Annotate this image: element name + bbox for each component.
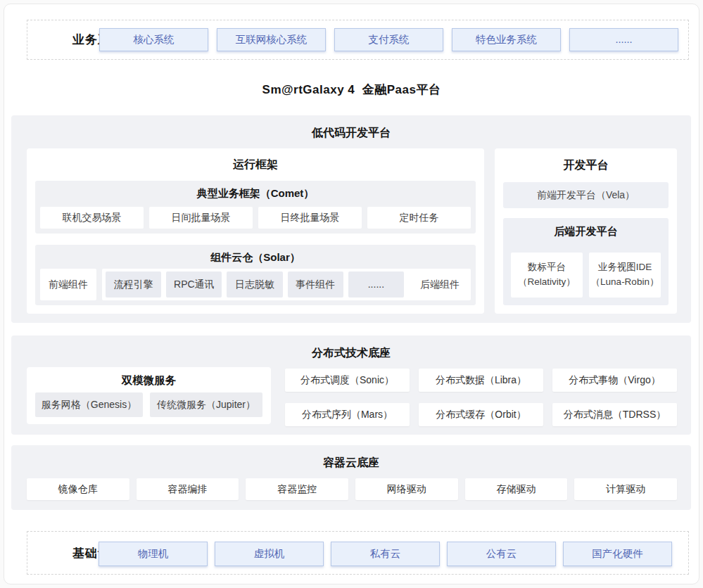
distributed-message-tdrss: 分布式消息（TDRSS）	[552, 403, 677, 426]
network-driver: 网络驱动	[355, 478, 458, 500]
distributed-transaction-virgo: 分布式事物（Virgo）	[552, 369, 677, 392]
distributed-sequence-mars: 分布式序列（Mars）	[285, 403, 410, 426]
section-lowcode-platform: 低代码开发平台 运行框架 典型业务框架（Comet） 联机交易场景 日间批量场景…	[11, 115, 691, 323]
runtime-framework-title: 运行框架	[27, 148, 484, 172]
tool-relativity-name: 数标平台	[511, 260, 583, 275]
distributed-data-libra: 分布式数据（Libra）	[419, 369, 543, 392]
scenario-scheduled-task: 定时任务	[367, 207, 471, 229]
service-mesh-genesis: 服务网格（Genesis）	[35, 392, 143, 417]
business-system-core: 核心系统	[99, 28, 208, 51]
backend-dev-platform-title: 后端开发平台	[503, 218, 669, 238]
tool-relativity-code: （Relativity）	[511, 275, 583, 290]
section-distributed-base: 分布式技术底座 双模微服务 服务网格（Genesis） 传统微服务（Jupite…	[11, 335, 691, 435]
frontend-dev-platform-vela: 前端开发平台（Vela）	[503, 182, 669, 208]
component-backend: 后端组件	[409, 279, 471, 291]
infra-public-cloud: 公有云	[447, 542, 556, 566]
scenario-intraday-batch: 日间批量场景	[149, 207, 253, 229]
business-systems-items: 核心系统 互联网核心系统 支付系统 特色业务系统 ......	[99, 28, 678, 51]
business-system-featured: 特色业务系统	[452, 28, 561, 51]
dual-mode-items: 服务网格（Genesis） 传统微服务（Jupiter）	[35, 392, 262, 417]
comet-framework-title: 典型业务框架（Comet）	[35, 181, 476, 200]
container-orchestration: 容器编排	[137, 478, 239, 500]
section-lowcode-title: 低代码开发平台	[11, 115, 691, 141]
dev-platform-card: 开发平台 前端开发平台（Vela） 后端开发平台 数标平台 （Relativit…	[495, 148, 677, 314]
dev-platform-title: 开发平台	[495, 148, 677, 173]
dual-mode-microservice-card: 双模微服务 服务网格（Genesis） 传统微服务（Jupiter）	[27, 367, 271, 424]
container-monitoring: 容器监控	[246, 478, 348, 500]
component-more: ......	[348, 271, 404, 298]
distributed-scheduling-sonic: 分布式调度（Sonic）	[285, 369, 410, 392]
solar-components-row: 前端组件 流程引擎 RPC通讯 日志脱敏 事件组件 ...... 后端组件	[40, 269, 471, 300]
component-log-masking: 日志脱敏	[227, 271, 282, 298]
infrastructure-items: 物理机 虚拟机 私有云 公有云 国产化硬件	[99, 542, 672, 566]
distributed-services-grid: 分布式调度（Sonic） 分布式数据（Libra） 分布式事物（Virgo） 分…	[285, 369, 677, 426]
tool-luna-robin: 业务视图IDE （Luna-Robin）	[589, 253, 661, 298]
infra-domestic-hardware: 国产化硬件	[563, 542, 672, 566]
image-registry: 镜像仓库	[27, 478, 129, 500]
tool-relativity: 数标平台 （Relativity）	[511, 253, 583, 298]
solar-component-card: 组件云仓（Solar） 前端组件 流程引擎 RPC通讯 日志脱敏 事件组件 ..…	[35, 245, 476, 305]
component-event: 事件组件	[288, 271, 343, 298]
component-middleware-wrap: 流程引擎 RPC通讯 日志脱敏 事件组件 ...... 后端组件	[102, 269, 471, 300]
storage-driver: 存储驱动	[465, 478, 568, 500]
container-cloud-items: 镜像仓库 容器编排 容器监控 网络驱动 存储驱动 计算驱动	[27, 478, 677, 500]
tool-luna-robin-code: （Luna-Robin）	[589, 275, 661, 290]
tool-luna-robin-name: 业务视图IDE	[589, 260, 661, 275]
component-rpc: RPC通讯	[166, 271, 222, 298]
infra-private-cloud: 私有云	[331, 542, 440, 566]
traditional-microservice-jupiter: 传统微服务（Jupiter）	[150, 392, 262, 417]
backend-dev-tools: 数标平台 （Relativity） 业务视图IDE （Luna-Robin）	[511, 253, 661, 298]
section-container-cloud-title: 容器云底座	[11, 445, 691, 471]
solar-component-title: 组件云仓（Solar）	[35, 245, 476, 264]
scenario-eod-batch: 日终批量场景	[258, 207, 362, 229]
distributed-cache-orbit: 分布式缓存（Orbit）	[419, 403, 543, 426]
comet-framework-card: 典型业务框架（Comet） 联机交易场景 日间批量场景 日终批量场景 定时任务	[35, 181, 476, 234]
infra-virtual-machine: 虚拟机	[215, 542, 324, 566]
scenario-online-trading: 联机交易场景	[40, 207, 144, 229]
component-process-engine: 流程引擎	[106, 271, 161, 298]
section-container-cloud: 容器云底座 镜像仓库 容器编排 容器监控 网络驱动 存储驱动 计算驱动	[11, 445, 691, 510]
runtime-framework-card: 运行框架 典型业务框架（Comet） 联机交易场景 日间批量场景 日终批量场景 …	[27, 148, 484, 314]
component-frontend: 前端组件	[40, 269, 96, 300]
section-distributed-title: 分布式技术底座	[11, 335, 691, 361]
business-system-internet-core: 互联网核心系统	[217, 28, 326, 51]
architecture-diagram: 业务系统 核心系统 互联网核心系统 支付系统 特色业务系统 ...... Sm@…	[0, 0, 703, 588]
dual-mode-title: 双模微服务	[27, 367, 271, 388]
page-title: Sm@rtGalaxy 4 金融Paas平台	[0, 82, 703, 98]
business-system-payment: 支付系统	[334, 28, 443, 51]
infra-physical-machine: 物理机	[99, 542, 208, 566]
business-system-more: ......	[569, 28, 678, 51]
backend-dev-platform-card: 后端开发平台 数标平台 （Relativity） 业务视图IDE （Luna-R…	[503, 218, 669, 305]
comet-scenarios: 联机交易场景 日间批量场景 日终批量场景 定时任务	[40, 207, 471, 229]
compute-driver: 计算驱动	[574, 478, 677, 500]
